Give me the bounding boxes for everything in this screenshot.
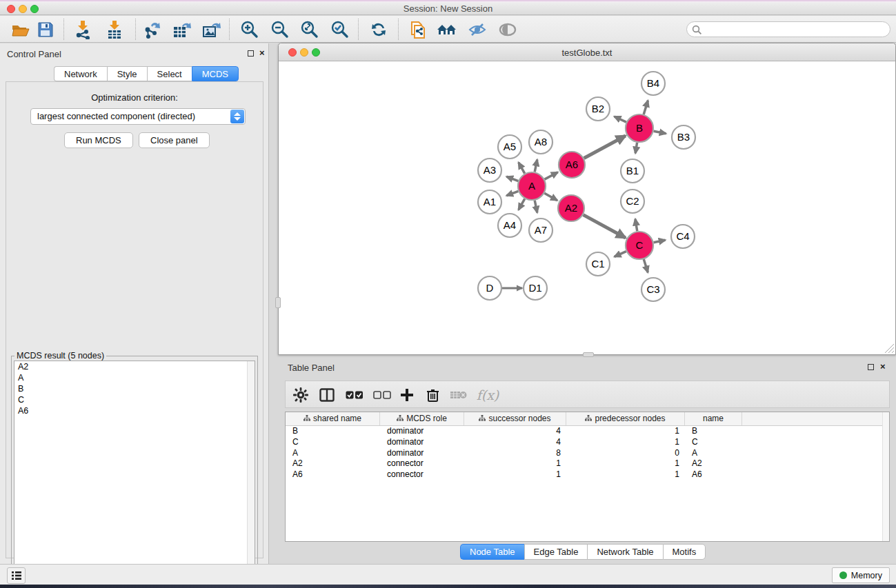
node-A8[interactable]: A8 xyxy=(529,130,552,154)
close-panel-button[interactable]: Close panel xyxy=(139,132,210,148)
result-list-item[interactable]: A2 xyxy=(14,361,255,372)
node-C2[interactable]: C2 xyxy=(621,190,644,213)
export-table-icon[interactable] xyxy=(170,18,195,41)
table-row[interactable]: A6connector11A6 xyxy=(286,469,889,480)
edge-A-A7[interactable] xyxy=(535,201,537,213)
edge-C-C4[interactable] xyxy=(654,240,666,243)
network-overview-icon[interactable] xyxy=(435,18,459,41)
node-C3[interactable]: C3 xyxy=(641,278,665,301)
close-panel-icon[interactable]: × xyxy=(259,48,265,58)
float-panel-icon[interactable] xyxy=(248,50,254,57)
tab-network[interactable]: Network xyxy=(54,66,107,81)
network-canvas[interactable]: AA1A2A3A4A5A6A7A8BB1B2B3B4CC1C2C3C4DD1 xyxy=(279,61,895,354)
edge-A-A8[interactable] xyxy=(535,159,537,172)
search-input[interactable] xyxy=(686,21,890,37)
column-header-shared-name[interactable]: shared name xyxy=(286,412,380,425)
edge-C-C3[interactable] xyxy=(644,259,648,272)
edge-C-C1[interactable] xyxy=(615,252,626,257)
node-C1[interactable]: C1 xyxy=(586,252,610,276)
zoom-in-icon[interactable] xyxy=(237,18,262,41)
zoom-out-icon[interactable] xyxy=(268,18,292,41)
node-B4[interactable]: B4 xyxy=(641,72,665,95)
edge-B-B3[interactable] xyxy=(654,131,666,134)
tab-motifs[interactable]: Motifs xyxy=(663,544,706,560)
edge-B-B1[interactable] xyxy=(635,143,637,154)
edge-C-C2[interactable] xyxy=(635,219,637,232)
node-A1[interactable]: A1 xyxy=(478,190,501,214)
export-network-icon[interactable] xyxy=(140,18,165,41)
node-A[interactable]: A xyxy=(518,172,546,200)
deselect-all-icon[interactable] xyxy=(371,384,393,406)
zoom-fit-icon[interactable] xyxy=(297,18,322,41)
result-list-item[interactable]: C xyxy=(14,394,255,405)
edge-B-B4[interactable] xyxy=(644,101,648,114)
select-all-icon[interactable] xyxy=(344,384,366,406)
run-mcds-button[interactable]: Run MCDS xyxy=(64,132,133,148)
table-splitter-handle[interactable] xyxy=(583,352,594,357)
edge-B-B2[interactable] xyxy=(615,116,626,122)
add-row-icon[interactable] xyxy=(396,384,418,406)
table-close-panel-icon[interactable]: × xyxy=(880,361,886,372)
result-scrollbar[interactable] xyxy=(247,361,255,587)
node-A3[interactable]: A3 xyxy=(478,159,501,182)
edge-A-A2[interactable] xyxy=(544,193,557,200)
node-B3[interactable]: B3 xyxy=(672,125,695,149)
export-image-icon[interactable] xyxy=(199,18,224,41)
show-eye-icon[interactable] xyxy=(495,18,520,41)
table-row[interactable]: Adominator80A xyxy=(286,448,889,459)
node-B1[interactable]: B1 xyxy=(621,159,644,183)
node-D[interactable]: D xyxy=(478,276,501,300)
edge-A6-B[interactable] xyxy=(584,136,626,159)
network-window-titlebar[interactable]: testGlobe.txt xyxy=(279,43,895,61)
open-session-icon[interactable] xyxy=(8,18,33,41)
clone-network-icon[interactable] xyxy=(406,18,430,41)
node-A5[interactable]: A5 xyxy=(498,135,521,159)
table-row[interactable]: A2connector11A2 xyxy=(286,458,889,469)
column-header-successor-nodes[interactable]: successor nodes xyxy=(464,412,566,425)
tab-select[interactable]: Select xyxy=(147,66,192,81)
node-A4[interactable]: A4 xyxy=(498,214,521,237)
criterion-dropdown[interactable]: largest connected component (directed) xyxy=(30,108,246,125)
split-columns-icon[interactable] xyxy=(316,384,338,406)
delete-row-icon[interactable] xyxy=(421,384,444,406)
tab-style[interactable]: Style xyxy=(107,66,147,81)
save-session-icon[interactable] xyxy=(33,18,58,41)
table-row[interactable]: Cdominator41C xyxy=(286,437,889,448)
settings-gear-icon[interactable] xyxy=(290,384,312,406)
edge-A-A1[interactable] xyxy=(506,191,518,195)
result-list-item[interactable]: A6 xyxy=(14,405,255,416)
window-resize-grip[interactable] xyxy=(884,343,894,353)
node-B2[interactable]: B2 xyxy=(586,97,610,121)
refresh-icon[interactable] xyxy=(366,18,391,41)
memory-button[interactable]: Memory xyxy=(832,567,890,583)
import-network-icon[interactable] xyxy=(71,18,96,41)
zoom-selected-icon[interactable] xyxy=(328,18,352,41)
edge-A-A6[interactable] xyxy=(545,172,558,179)
table-scrollbar[interactable] xyxy=(882,412,889,541)
node-B[interactable]: B xyxy=(626,114,653,142)
tab-edge-table[interactable]: Edge Table xyxy=(524,544,588,560)
node-A7[interactable]: A7 xyxy=(529,219,552,242)
column-header-MCDS-role[interactable]: MCDS role xyxy=(380,412,464,425)
edge-A-A5[interactable] xyxy=(519,163,525,174)
tab-node-table[interactable]: Node Table xyxy=(460,544,524,560)
edge-A-A3[interactable] xyxy=(506,176,518,181)
node-C[interactable]: C xyxy=(626,232,653,259)
node-C4[interactable]: C4 xyxy=(671,225,695,248)
edge-A-A4[interactable] xyxy=(519,199,525,210)
hide-labels-icon[interactable] xyxy=(465,18,490,41)
node-D1[interactable]: D1 xyxy=(524,276,547,300)
function-builder-button[interactable]: f(x) xyxy=(473,384,502,406)
tab-network-table[interactable]: Network Table xyxy=(587,544,662,560)
panel-splitter-handle[interactable] xyxy=(275,297,281,308)
task-history-button[interactable] xyxy=(7,567,26,584)
node-A6[interactable]: A6 xyxy=(559,152,585,178)
delete-table-icon[interactable] xyxy=(448,384,470,406)
import-table-icon[interactable] xyxy=(102,18,127,41)
node-A2[interactable]: A2 xyxy=(558,195,584,221)
result-list-item[interactable]: B xyxy=(14,383,255,394)
table-row[interactable]: Bdominator41B xyxy=(286,426,889,437)
column-header-name[interactable]: name xyxy=(685,412,742,425)
tab-mcds[interactable]: MCDS xyxy=(192,66,239,81)
column-header-predecessor-nodes[interactable]: predecessor nodes xyxy=(566,412,685,425)
